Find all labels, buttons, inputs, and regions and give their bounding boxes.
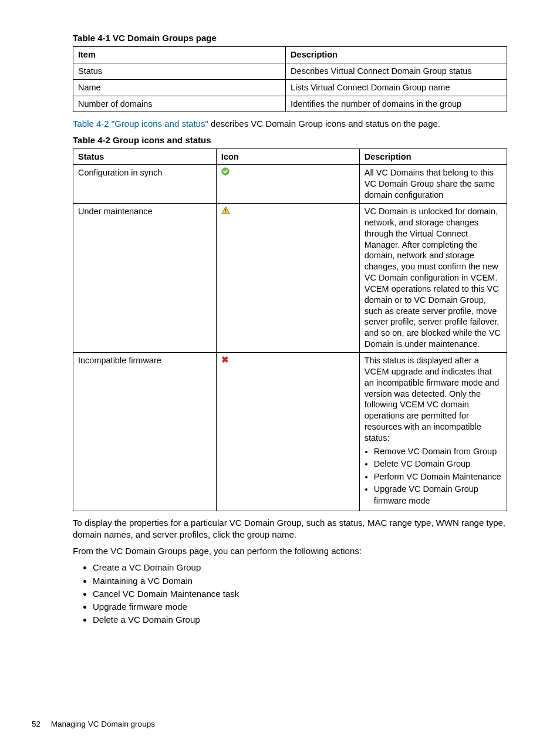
table-4-2-header-icon: Icon bbox=[216, 148, 359, 165]
list-item: Delete a VC Domain Group bbox=[93, 614, 507, 626]
page-footer: 52 Managing VC Domain groups bbox=[32, 720, 155, 728]
cell-desc: VC Domain is unlocked for domain, networ… bbox=[359, 204, 507, 353]
cell-icon bbox=[216, 165, 359, 204]
svg-rect-1 bbox=[225, 209, 226, 211]
table-row: Number of domains Identifies the number … bbox=[73, 96, 507, 112]
list-item: Delete VC Domain Group bbox=[374, 458, 502, 470]
paragraph-display-properties: To display the properties for a particul… bbox=[73, 517, 507, 541]
intro-paragraph: Table 4-2 "Group icons and status" descr… bbox=[73, 118, 507, 130]
table-row: Incompatible firmware ✖ This status is d… bbox=[73, 352, 507, 511]
incompatible-list: Remove VC Domain from Group Delete VC Do… bbox=[365, 446, 502, 507]
actions-list: Create a VC Domain Group Maintaining a V… bbox=[73, 562, 507, 626]
cell-status: Configuration in synch bbox=[73, 165, 217, 204]
svg-rect-2 bbox=[225, 212, 226, 212]
cell-desc: Lists Virtual Connect Domain Group name bbox=[286, 79, 507, 96]
cell-desc: This status is displayed after a VCEM up… bbox=[359, 352, 507, 511]
warning-icon bbox=[221, 206, 230, 217]
list-item: Remove VC Domain from Group bbox=[374, 446, 502, 458]
table-4-1-header-description: Description bbox=[286, 47, 507, 63]
table-4-2: Status Icon Description Configuration in… bbox=[73, 148, 507, 511]
cell-item: Name bbox=[73, 79, 286, 96]
list-item: Create a VC Domain Group bbox=[93, 562, 507, 573]
table-4-1: Item Description Status Describes Virtua… bbox=[73, 46, 507, 112]
table-4-1-header-item: Item bbox=[73, 47, 286, 63]
table-row: Configuration in synch All VC Domains th… bbox=[73, 165, 507, 204]
table-4-1-caption: Table 4-1 VC Domain Groups page bbox=[73, 33, 507, 43]
list-item: Upgrade firmware mode bbox=[93, 601, 507, 613]
list-item: Maintaining a VC Domain bbox=[93, 575, 507, 587]
table-4-2-caption: Table 4-2 Group icons and status bbox=[73, 135, 507, 145]
list-item: Upgrade VC Domain Group firmware mode bbox=[374, 484, 502, 507]
table-4-2-header-status: Status bbox=[73, 148, 217, 165]
cell-desc: Identifies the number of domains in the … bbox=[286, 96, 507, 112]
table-row: Status Describes Virtual Connect Domain … bbox=[73, 63, 507, 79]
cell-desc-text: This status is displayed after a VCEM up… bbox=[365, 356, 500, 443]
cell-status: Incompatible firmware bbox=[73, 352, 217, 511]
xref-table-4-2[interactable]: Table 4-2 "Group icons and status" bbox=[73, 119, 208, 129]
list-item: Cancel VC Domain Maintenance task bbox=[93, 588, 507, 600]
cell-icon: ✖ bbox=[216, 352, 359, 511]
cell-item: Number of domains bbox=[73, 96, 286, 112]
intro-rest: describes VC Domain Group icons and stat… bbox=[208, 119, 440, 129]
chapter-title: Managing VC Domain groups bbox=[51, 720, 155, 728]
table-row: Under maintenance VC Domain is unlocked … bbox=[73, 204, 507, 353]
list-item: Perform VC Domain Maintenance bbox=[374, 471, 502, 483]
table-4-2-header-description: Description bbox=[359, 148, 507, 165]
paragraph-actions-intro: From the VC Domain Groups page, you can … bbox=[73, 545, 507, 557]
ok-icon bbox=[221, 167, 230, 178]
table-row: Name Lists Virtual Connect Domain Group … bbox=[73, 79, 507, 96]
cell-desc: Describes Virtual Connect Domain Group s… bbox=[286, 63, 507, 79]
cell-icon bbox=[216, 204, 359, 353]
cell-item: Status bbox=[73, 63, 286, 79]
cell-desc: All VC Domains that belong to this VC Do… bbox=[359, 165, 507, 204]
error-icon: ✖ bbox=[221, 355, 229, 364]
page-number: 52 bbox=[32, 720, 41, 728]
cell-status: Under maintenance bbox=[73, 204, 217, 353]
